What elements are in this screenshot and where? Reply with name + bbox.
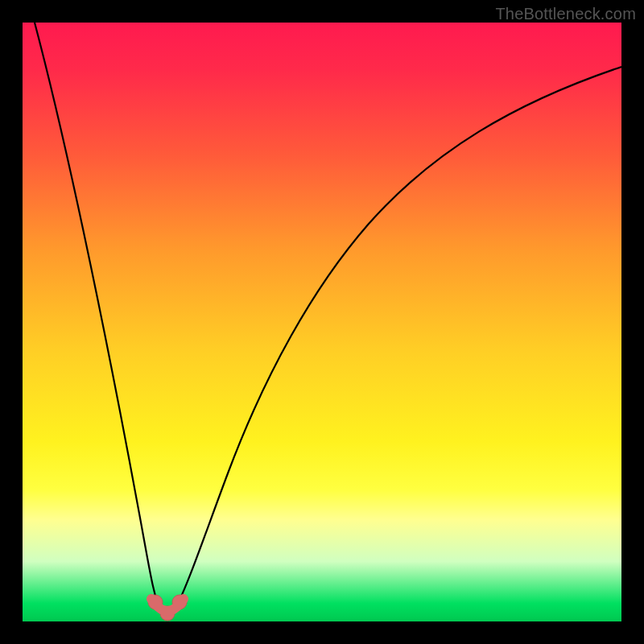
min-marker-group xyxy=(148,595,187,621)
chart-container: TheBottleneck.com xyxy=(0,0,644,644)
plot-area xyxy=(23,23,621,621)
bottleneck-curve xyxy=(35,23,621,617)
curve-layer xyxy=(23,23,621,621)
min-marker-arc-icon xyxy=(151,599,184,611)
watermark-text: TheBottleneck.com xyxy=(495,5,636,23)
